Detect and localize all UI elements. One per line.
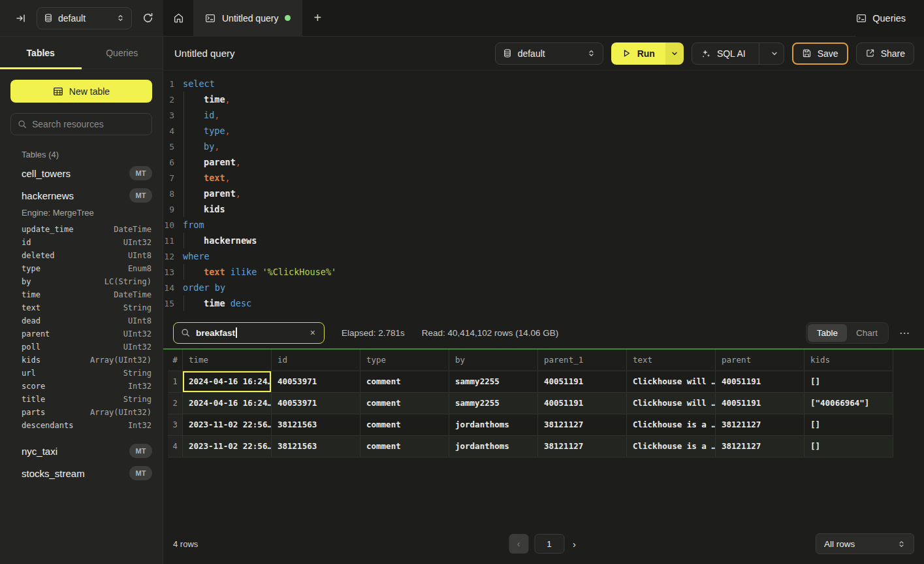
table-cell[interactable]: 2024-04-16 16:24… <box>183 393 272 414</box>
collapse-sidebar-button[interactable] <box>12 9 30 27</box>
query-database-selector[interactable]: default <box>495 42 603 65</box>
table-cell[interactable]: 38121563 <box>272 436 360 457</box>
code-line[interactable]: 1select <box>163 76 924 91</box>
column-row[interactable]: descendantsInt32 <box>0 419 163 432</box>
table-cell[interactable]: Clickhouse will … <box>627 393 716 414</box>
column-row[interactable]: scoreInt32 <box>0 380 163 393</box>
database-selector[interactable]: default <box>37 7 132 29</box>
code-line[interactable]: 5by, <box>163 139 924 154</box>
column-row[interactable]: update_timeDateTime <box>0 223 163 236</box>
column-row[interactable]: idUInt32 <box>0 236 163 249</box>
column-row[interactable]: timeDateTime <box>0 288 163 301</box>
table-cell[interactable]: 40051191 <box>538 393 627 414</box>
column-header[interactable]: # <box>168 350 183 371</box>
table-cell[interactable]: [] <box>805 414 893 436</box>
view-toggle-chart[interactable]: Chart <box>847 324 887 342</box>
sidebar-item-cell-towers[interactable]: cell_towers MT <box>0 162 163 184</box>
table-cell[interactable]: 38121127 <box>538 436 627 457</box>
save-button[interactable]: Save <box>792 42 848 65</box>
code-line[interactable]: 11hackernews <box>163 233 924 248</box>
column-row[interactable]: urlString <box>0 367 163 380</box>
code-line[interactable]: 12where <box>163 248 924 264</box>
queries-button[interactable]: Queries <box>856 13 906 24</box>
code-line[interactable]: 10from <box>163 217 924 233</box>
table-cell[interactable]: 38121563 <box>272 414 360 436</box>
sql-editor[interactable]: 1select2time,3id,4type,5by,6parent,7text… <box>163 71 924 317</box>
column-header[interactable]: time <box>183 350 272 371</box>
table-cell[interactable]: sammy2255 <box>449 371 538 393</box>
table-cell[interactable]: sammy2255 <box>449 393 538 414</box>
run-button[interactable]: Run <box>611 42 665 65</box>
sidebar-item-nyc-taxi[interactable]: nyc_taxi MT <box>0 440 163 462</box>
code-line[interactable]: 14order by <box>163 280 924 295</box>
code-line[interactable]: 9kids <box>163 201 924 217</box>
table-cell[interactable]: 40051191 <box>538 371 627 393</box>
prev-page-button[interactable]: ‹ <box>509 534 528 554</box>
run-options-button[interactable] <box>665 42 684 65</box>
column-row[interactable]: textString <box>0 301 163 314</box>
column-header[interactable]: parent <box>716 350 805 371</box>
table-cell[interactable]: Clickhouse will … <box>627 371 716 393</box>
clear-search-button[interactable]: × <box>309 327 317 338</box>
code-line[interactable]: 4type, <box>163 123 924 139</box>
table-cell[interactable]: 2023-11-02 22:56… <box>183 436 272 457</box>
sidebar-item-stocks-stream[interactable]: stocks_stream MT <box>0 462 163 484</box>
column-header[interactable]: id <box>272 350 360 371</box>
code-line[interactable]: 15time desc <box>163 295 924 311</box>
column-header[interactable]: by <box>449 350 538 371</box>
table-cell[interactable]: Clickhouse is a … <box>627 436 716 457</box>
column-row[interactable]: byLC(String) <box>0 275 163 288</box>
column-header[interactable]: text <box>627 350 716 371</box>
sidebar-item-hackernews[interactable]: hackernews MT <box>0 184 163 207</box>
share-button[interactable]: Share <box>856 42 914 65</box>
table-cell[interactable]: [] <box>805 371 893 393</box>
resource-search-input[interactable] <box>32 119 150 129</box>
table-cell[interactable]: 38121127 <box>716 436 805 457</box>
table-cell[interactable]: comment <box>360 436 449 457</box>
table-cell[interactable]: 40053971 <box>272 393 360 414</box>
new-table-button[interactable]: New table <box>10 80 152 103</box>
home-button[interactable] <box>163 0 193 36</box>
column-row[interactable]: deadUInt8 <box>0 314 163 327</box>
column-row[interactable]: titleString <box>0 393 163 406</box>
table-cell[interactable]: Clickhouse is a … <box>627 414 716 436</box>
new-tab-button[interactable]: + <box>302 0 332 36</box>
column-header[interactable]: parent_1 <box>538 350 627 371</box>
column-row[interactable]: typeEnum8 <box>0 262 163 275</box>
table-cell[interactable]: jordanthoms <box>449 414 538 436</box>
column-row[interactable]: kidsArray(UInt32) <box>0 354 163 367</box>
sidebar-tab-queries[interactable]: Queries <box>82 37 163 69</box>
table-cell[interactable]: 40051191 <box>716 371 805 393</box>
code-line[interactable]: 7text, <box>163 170 924 186</box>
view-toggle-table[interactable]: Table <box>808 324 847 342</box>
column-row[interactable]: deletedUInt8 <box>0 249 163 262</box>
page-size-selector[interactable]: All rows <box>816 533 914 554</box>
tab-untitled-query[interactable]: Untitled query <box>193 0 302 37</box>
next-page-button[interactable]: › <box>570 539 579 550</box>
column-row[interactable]: parentUInt32 <box>0 327 163 340</box>
current-page[interactable]: 1 <box>534 534 564 554</box>
code-line[interactable]: 3id, <box>163 107 924 123</box>
resource-search[interactable] <box>10 113 152 135</box>
table-cell[interactable]: ["40066964"] <box>805 393 893 414</box>
code-line[interactable]: 6parent, <box>163 154 924 170</box>
code-line[interactable]: 8parent, <box>163 186 924 201</box>
column-row[interactable]: pollUInt32 <box>0 340 163 354</box>
table-cell[interactable]: 38121127 <box>716 414 805 436</box>
chevron-down-icon[interactable] <box>765 50 784 58</box>
more-options-button[interactable]: ⋯ <box>895 324 914 342</box>
table-cell[interactable]: 2024-04-16 16:24… <box>183 371 272 393</box>
table-cell[interactable]: comment <box>360 414 449 436</box>
table-cell[interactable]: jordanthoms <box>449 436 538 457</box>
code-line[interactable]: 2time, <box>163 91 924 107</box>
code-line[interactable]: 13text ilike '%ClickHouse%' <box>163 264 924 280</box>
column-header[interactable]: type <box>360 350 449 371</box>
column-row[interactable]: partsArray(UInt32) <box>0 406 163 419</box>
column-header[interactable]: kids <box>805 350 893 371</box>
table-cell[interactable]: 2023-11-02 22:56… <box>183 414 272 436</box>
table-cell[interactable]: comment <box>360 393 449 414</box>
sql-ai-button[interactable]: SQL AI <box>692 42 784 65</box>
table-cell[interactable]: 38121127 <box>538 414 627 436</box>
table-cell[interactable]: comment <box>360 371 449 393</box>
table-cell[interactable]: 40051191 <box>716 393 805 414</box>
